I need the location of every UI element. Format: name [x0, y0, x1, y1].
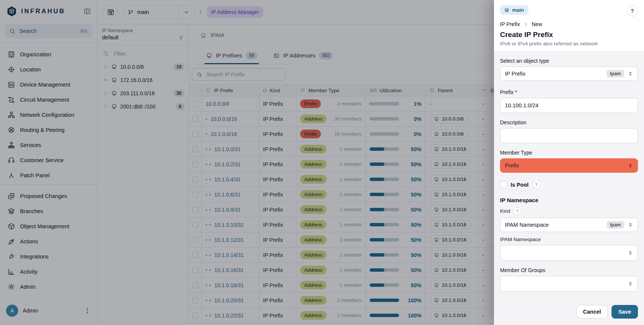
prefix-field — [500, 98, 638, 113]
kind-value: IPAM Namespace — [505, 222, 603, 228]
member-type-select[interactable]: Prefix — [500, 158, 638, 173]
member-of-groups-label: Member Of Groups — [500, 267, 638, 273]
panel-title: Create IP Prefix — [500, 31, 638, 39]
object-type-label: Select an object type — [500, 58, 638, 64]
kind-label-row: Kind ? — [500, 207, 638, 215]
chevron-updown-icon — [628, 281, 633, 286]
panel-breadcrumb: IP Prefix New — [500, 21, 638, 27]
branch-badge: main — [500, 5, 528, 15]
modal-dim-overlay[interactable] — [0, 0, 494, 325]
create-prefix-panel: main ? IP Prefix New Create IP Prefix IP… — [494, 0, 644, 325]
help-button[interactable]: ? — [627, 5, 638, 17]
save-button[interactable]: Save — [611, 305, 638, 319]
panel-breadcrumb-current: New — [532, 21, 542, 27]
panel-header: main ? IP Prefix New Create IP Prefix IP… — [494, 0, 644, 51]
is-pool-checkbox[interactable] — [500, 181, 507, 188]
cancel-button[interactable]: Cancel — [576, 305, 608, 319]
ipam-pill: Ipam — [607, 221, 624, 229]
kind-label: Kind — [500, 208, 510, 214]
is-pool-row: Is Pool ? — [500, 181, 638, 189]
panel-form: Select an object type IP Prefix Ipam Pre… — [494, 51, 644, 325]
ipam-namespace-select[interactable] — [500, 245, 638, 261]
object-type-value: IP Prefix — [505, 71, 603, 77]
is-pool-label: Is Pool — [511, 182, 529, 188]
chevron-updown-icon — [628, 222, 633, 228]
description-field — [500, 128, 638, 143]
layers-icon — [504, 8, 509, 13]
app-root: INFRAHUB Search ⌘K OrganizationLocationD… — [0, 0, 644, 325]
panel-footer: Cancel Save — [500, 300, 638, 319]
is-pool-help-button[interactable]: ? — [533, 181, 540, 189]
member-of-groups-select[interactable] — [500, 276, 638, 292]
object-type-select[interactable]: IP Prefix Ipam — [500, 67, 638, 81]
chevron-updown-icon — [628, 163, 633, 168]
member-type-label: Member Type — [500, 150, 638, 156]
kind-select[interactable]: IPAM Namespace Ipam — [500, 218, 638, 232]
branch-badge-label: main — [512, 7, 524, 13]
namespace-section-title: IP Namespace — [500, 197, 638, 203]
ipam-namespace-label: IPAM Namespace — [500, 237, 638, 242]
kind-help-button[interactable]: ? — [513, 207, 521, 215]
chevron-updown-icon — [628, 71, 633, 76]
description-label: Description — [500, 119, 638, 125]
panel-subtitle: IPv6 or IPv4 prefix also referred as net… — [500, 41, 638, 46]
panel-breadcrumb-parent[interactable]: IP Prefix — [500, 21, 520, 27]
prefix-label: Prefix * — [500, 89, 638, 95]
description-input[interactable] — [505, 133, 633, 139]
member-type-value: Prefix — [505, 162, 624, 169]
prefix-input[interactable] — [505, 102, 633, 108]
chevron-updown-icon — [628, 250, 633, 255]
chevron-right-icon — [523, 22, 528, 27]
ipam-pill: Ipam — [607, 70, 624, 77]
